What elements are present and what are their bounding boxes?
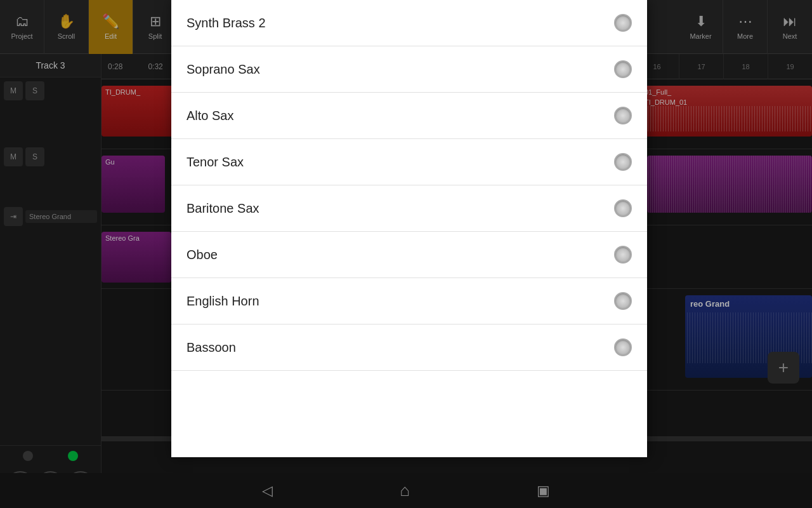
nav-bar: ◁ ⌂ ▣ bbox=[0, 473, 812, 508]
instrument-item-soprano-sax[interactable]: Soprano Sax bbox=[171, 46, 647, 93]
instrument-label-synth-brass-2: Synth Brass 2 bbox=[187, 16, 266, 30]
radio-baritone-sax[interactable] bbox=[614, 199, 632, 217]
instrument-item-alto-sax[interactable]: Alto Sax bbox=[171, 93, 647, 139]
recents-btn[interactable]: ▣ bbox=[537, 483, 550, 499]
instrument-label-baritone-sax: Baritone Sax bbox=[187, 201, 259, 216]
radio-english-horn[interactable] bbox=[614, 292, 632, 310]
instrument-label-alto-sax: Alto Sax bbox=[187, 109, 233, 123]
instrument-item-oboe[interactable]: Oboe bbox=[171, 232, 647, 278]
radio-bassoon[interactable] bbox=[614, 338, 632, 356]
instrument-label-oboe: Oboe bbox=[187, 248, 218, 262]
radio-tenor-sax[interactable] bbox=[614, 153, 632, 171]
instrument-item-baritone-sax[interactable]: Baritone Sax bbox=[171, 185, 647, 232]
radio-alto-sax[interactable] bbox=[614, 107, 632, 124]
instrument-item-english-horn[interactable]: English Horn bbox=[171, 278, 647, 324]
back-btn[interactable]: ◁ bbox=[262, 483, 273, 499]
instrument-modal: Synth Brass 2 Soprano Sax Alto Sax Tenor… bbox=[171, 0, 647, 457]
instrument-label-english-horn: English Horn bbox=[187, 294, 259, 309]
modal-overlay: Synth Brass 2 Soprano Sax Alto Sax Tenor… bbox=[0, 0, 812, 508]
instrument-item-synth-brass-2[interactable]: Synth Brass 2 bbox=[171, 0, 647, 46]
instrument-item-bassoon[interactable]: Bassoon bbox=[171, 324, 647, 371]
instrument-label-soprano-sax: Soprano Sax bbox=[187, 62, 260, 77]
instrument-label-bassoon: Bassoon bbox=[187, 340, 236, 355]
home-btn[interactable]: ⌂ bbox=[400, 481, 410, 500]
radio-oboe[interactable] bbox=[614, 246, 632, 264]
radio-synth-brass-2[interactable] bbox=[614, 14, 632, 32]
instrument-item-tenor-sax[interactable]: Tenor Sax bbox=[171, 139, 647, 185]
radio-soprano-sax[interactable] bbox=[614, 60, 632, 78]
instrument-label-tenor-sax: Tenor Sax bbox=[187, 155, 244, 170]
